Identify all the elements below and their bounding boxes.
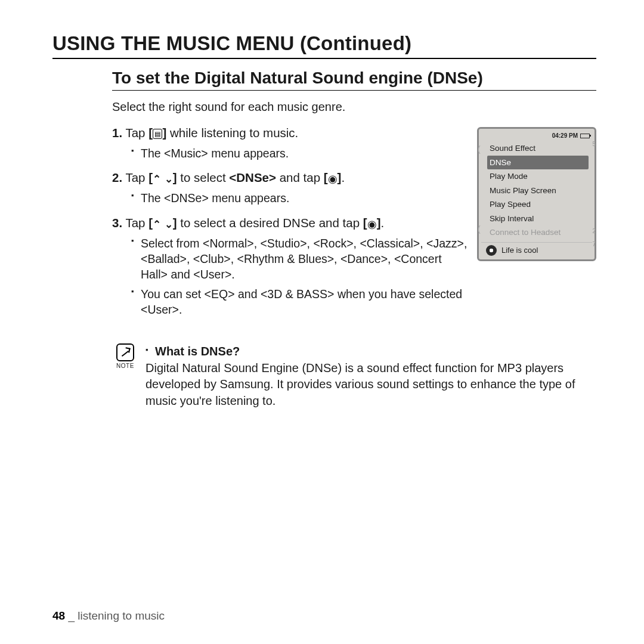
page-title: USING THE MUSIC MENU (Continued) (52, 32, 596, 59)
step-2-text-a: Tap (125, 171, 148, 184)
device-menu-item: Play Speed (487, 197, 589, 212)
device-menu-item: Sound Effect (487, 141, 589, 156)
step-3-text-a: Tap (125, 216, 148, 230)
step-2-text-c: and tap (276, 171, 324, 184)
steps-list: 1. Tap [▤] while listening to music. The… (112, 125, 467, 326)
page-footer: 48 _ listening to music (52, 609, 165, 623)
step-3-sub-1: Select from <Normal>, <Studio>, <Rock>, … (131, 236, 467, 283)
battery-icon (580, 134, 590, 138)
step-3-text-c: . (380, 216, 384, 230)
device-side-number: 2 (592, 228, 596, 234)
note-body-text: Digital Natural Sound Engine (DNSe) is a… (145, 360, 596, 410)
note-heading: What is DNSe? (145, 343, 596, 360)
device-time: 04:29 PM (552, 132, 578, 139)
device-status-bar: 04:29 PM (481, 131, 592, 140)
step-3-text-b: to select a desired DNSe and tap (177, 216, 363, 230)
step-1-sub-1: The <Music> menu appears. (131, 145, 467, 161)
down-icon: ⌄ (165, 219, 173, 230)
note-block: NOTE What is DNSe? Digital Natural Sound… (112, 343, 596, 409)
footer-separator: _ (65, 609, 78, 622)
device-menu: Sound Effect DNSe Play Mode Music Play S… (487, 141, 589, 240)
device-menu-item: Music Play Screen (487, 184, 589, 198)
step-3: 3. Tap [⌃ ⌄] to select a desired DNSe an… (112, 215, 467, 318)
disc-icon (486, 245, 497, 256)
up-icon: ⌃ (153, 174, 161, 185)
page-number: 48 (52, 609, 65, 622)
step-2-bold: <DNSe> (229, 171, 276, 184)
device-screenshot: (( 5 2 7 04:29 PM Sound Effect DNSe Play… (477, 127, 596, 261)
note-label: NOTE (116, 363, 134, 369)
pencil-icon (116, 343, 134, 361)
device-now-playing: Life is cool (481, 242, 592, 257)
device-menu-item-selected: DNSe (487, 156, 589, 170)
select-icon: ◉ (328, 173, 338, 185)
section-title: To set the Digital Natural Sound engine … (112, 69, 596, 91)
step-2-sub-1: The <DNSe> menu appears. (131, 190, 467, 206)
device-menu-item: Play Mode (487, 169, 589, 184)
device-menu-item-disabled: Connect to Headset (487, 225, 589, 240)
step-3-number: 3. (112, 216, 122, 230)
intro-text: Select the right sound for each music ge… (112, 100, 596, 114)
menu-icon: ▤ (153, 129, 162, 139)
device-side-number: 5 (592, 141, 596, 147)
footer-section: listening to music (78, 609, 165, 622)
step-2-number: 2. (112, 171, 122, 184)
device-side-number: 7 (592, 241, 596, 247)
step-2-text-d: . (341, 171, 345, 184)
step-1-text-b: while listening to music. (166, 126, 298, 140)
device-menu-item: Skip Interval (487, 212, 589, 226)
device-now-playing-title: Life is cool (501, 246, 538, 255)
select-icon: ◉ (367, 218, 377, 230)
step-1: 1. Tap [▤] while listening to music. The… (112, 125, 467, 161)
step-2-text-b: to select (177, 171, 230, 184)
step-1-number: 1. (112, 126, 122, 140)
note-icon: NOTE (112, 343, 138, 369)
up-icon: ⌃ (153, 219, 161, 230)
bracket-close: ] (173, 171, 177, 184)
step-3-sub-2: You can set <EQ> and <3D & BASS> when yo… (131, 286, 467, 318)
step-2: 2. Tap [⌃ ⌄] to select <DNSe> and tap [◉… (112, 169, 467, 206)
step-1-text-a: Tap (125, 126, 148, 140)
bracket-open: [ (148, 171, 153, 184)
down-icon: ⌄ (165, 174, 173, 185)
